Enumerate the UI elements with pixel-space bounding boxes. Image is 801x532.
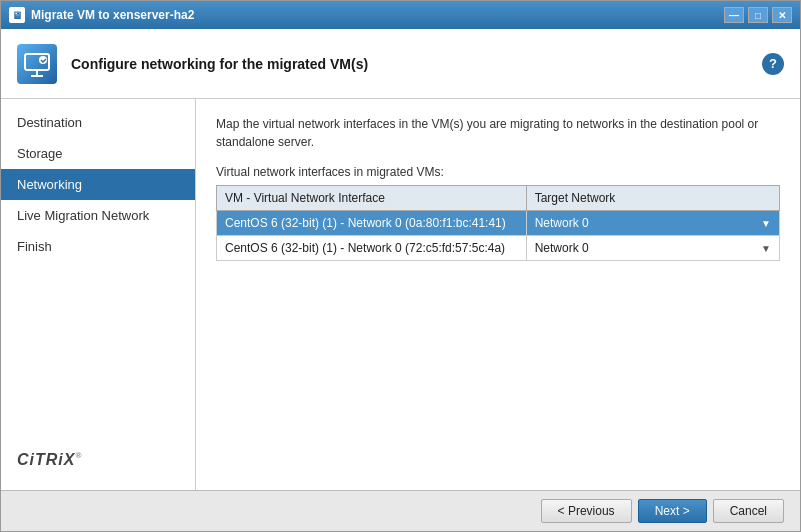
close-button[interactable]: ✕ bbox=[772, 7, 792, 23]
window-controls: — □ ✕ bbox=[724, 7, 792, 23]
section-label: Virtual network interfaces in migrated V… bbox=[216, 165, 780, 179]
next-button[interactable]: Next > bbox=[638, 499, 707, 523]
header-icon bbox=[17, 44, 57, 84]
target-network-cell[interactable]: Network 0 ▼ bbox=[526, 211, 779, 236]
vm-interface-cell: CentOS 6 (32-bit) (1) - Network 0 (0a:80… bbox=[217, 211, 527, 236]
description-text: Map the virtual network interfaces in th… bbox=[216, 115, 780, 151]
target-network-dropdown[interactable]: Network 0 ▼ bbox=[535, 216, 771, 230]
sidebar-item-networking[interactable]: Networking bbox=[1, 169, 195, 200]
dropdown-arrow-icon: ▼ bbox=[761, 218, 771, 229]
minimize-button[interactable]: — bbox=[724, 7, 744, 23]
help-button[interactable]: ? bbox=[762, 53, 784, 75]
citrix-logo: CiTRiX® bbox=[17, 449, 179, 470]
header-title: Configure networking for the migrated VM… bbox=[71, 56, 368, 72]
content-area: Destination Storage Networking Live Migr… bbox=[1, 99, 800, 490]
sidebar-item-finish[interactable]: Finish bbox=[1, 231, 195, 262]
sidebar-item-destination[interactable]: Destination bbox=[1, 107, 195, 138]
previous-button[interactable]: < Previous bbox=[541, 499, 632, 523]
window-icon: 🖥 bbox=[9, 7, 25, 23]
table-row[interactable]: CentOS 6 (32-bit) (1) - Network 0 (72:c5… bbox=[217, 236, 780, 261]
table-row[interactable]: CentOS 6 (32-bit) (1) - Network 0 (0a:80… bbox=[217, 211, 780, 236]
main-window: 🖥 Migrate VM to xenserver-ha2 — □ ✕ Conf… bbox=[0, 0, 801, 532]
sidebar-bottom: CiTRiX® bbox=[1, 437, 195, 482]
header-area: Configure networking for the migrated VM… bbox=[1, 29, 800, 99]
col-header-vm: VM - Virtual Network Interface bbox=[217, 186, 527, 211]
header-text: Configure networking for the migrated VM… bbox=[71, 56, 368, 72]
main-content: Map the virtual network interfaces in th… bbox=[196, 99, 800, 490]
cancel-button[interactable]: Cancel bbox=[713, 499, 784, 523]
target-network-cell[interactable]: Network 0 ▼ bbox=[526, 236, 779, 261]
window-title: Migrate VM to xenserver-ha2 bbox=[31, 8, 194, 22]
sidebar-item-live-migration-network[interactable]: Live Migration Network bbox=[1, 200, 195, 231]
network-table: VM - Virtual Network Interface Target Ne… bbox=[216, 185, 780, 261]
col-header-target: Target Network bbox=[526, 186, 779, 211]
footer: < Previous Next > Cancel bbox=[1, 490, 800, 531]
maximize-button[interactable]: □ bbox=[748, 7, 768, 23]
dropdown-arrow-icon: ▼ bbox=[761, 243, 771, 254]
sidebar-item-storage[interactable]: Storage bbox=[1, 138, 195, 169]
vm-interface-cell: CentOS 6 (32-bit) (1) - Network 0 (72:c5… bbox=[217, 236, 527, 261]
sidebar: Destination Storage Networking Live Migr… bbox=[1, 99, 196, 490]
target-network-dropdown[interactable]: Network 0 ▼ bbox=[535, 241, 771, 255]
title-bar: 🖥 Migrate VM to xenserver-ha2 — □ ✕ bbox=[1, 1, 800, 29]
